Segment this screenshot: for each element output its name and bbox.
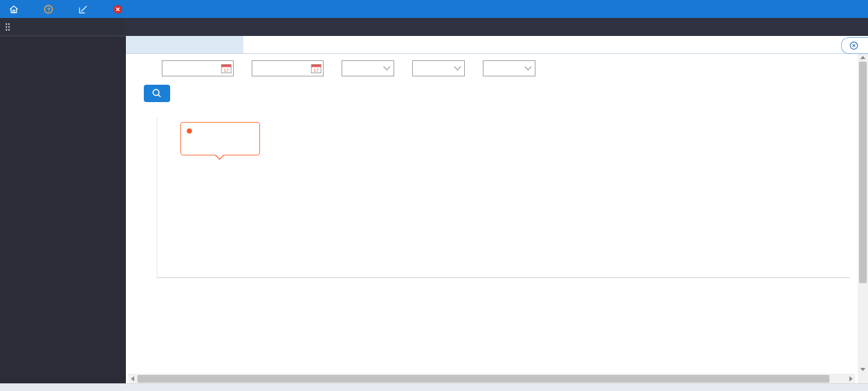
tab-device-dilldown[interactable] — [243, 36, 367, 53]
close-all-tabs-button[interactable] — [841, 37, 868, 54]
scroll-up-arrow-icon[interactable] — [860, 56, 865, 59]
scroll-right-arrow-icon[interactable] — [849, 376, 853, 381]
help-icon: ? — [44, 4, 53, 14]
tab-mdf-density[interactable] — [126, 36, 243, 53]
start-date-field: 17 — [162, 60, 234, 76]
sub-bar — [0, 18, 868, 36]
chevron-down-icon — [524, 65, 532, 71]
change-password-button[interactable] — [78, 4, 91, 14]
station-select[interactable] — [412, 60, 465, 76]
calendar-icon[interactable]: 17 — [311, 63, 322, 74]
sidebar-nav — [0, 36, 125, 383]
help-button[interactable]: ? — [44, 4, 56, 14]
edit-icon — [78, 4, 88, 14]
grid-dots-icon — [5, 22, 10, 31]
horizontal-scrollbar[interactable] — [128, 374, 855, 383]
x-axis-labels — [157, 282, 850, 295]
scrollbar-corner — [858, 373, 868, 383]
content-area: 17 17 — [125, 36, 868, 383]
scroll-down-arrow-icon[interactable] — [860, 368, 865, 371]
svg-text:17: 17 — [314, 68, 319, 73]
chart-tooltip — [180, 122, 260, 155]
tab-bar — [126, 36, 868, 54]
circle-x-icon — [849, 41, 858, 50]
dilldown-bar-chart — [131, 117, 850, 306]
sidebar-header — [0, 18, 125, 36]
x-axis-ticks — [157, 278, 850, 281]
series-dot-icon — [187, 128, 192, 134]
calendar-icon[interactable]: 17 — [221, 63, 232, 74]
chevron-down-icon — [453, 65, 462, 71]
chart-plot-area — [157, 117, 850, 278]
top-bar: ? — [0, 0, 868, 18]
workshop-select[interactable] — [342, 60, 394, 76]
home-icon — [9, 4, 19, 14]
time-strip — [125, 18, 868, 36]
filter-row: 17 17 — [153, 60, 535, 76]
scroll-left-arrow-icon[interactable] — [131, 376, 134, 381]
search-button[interactable] — [144, 85, 170, 102]
horizontal-scroll-thumb[interactable] — [137, 375, 829, 383]
search-icon — [152, 88, 162, 99]
tooltip-arrow — [214, 155, 225, 160]
vendor-select[interactable] — [483, 60, 535, 76]
end-date-field: 17 — [252, 60, 324, 76]
report-panel: 17 17 — [126, 54, 868, 383]
y-axis-labels — [131, 117, 157, 278]
logout-icon — [113, 4, 123, 14]
app-window: ? — [0, 0, 868, 391]
vertical-scroll-thumb[interactable] — [859, 62, 867, 283]
home-button[interactable] — [9, 4, 22, 14]
svg-text:?: ? — [47, 6, 50, 12]
bottom-strip — [0, 383, 868, 391]
chevron-down-icon — [383, 65, 391, 71]
svg-text:17: 17 — [224, 68, 229, 73]
logout-button[interactable] — [113, 4, 126, 14]
vertical-scrollbar[interactable] — [858, 54, 868, 373]
